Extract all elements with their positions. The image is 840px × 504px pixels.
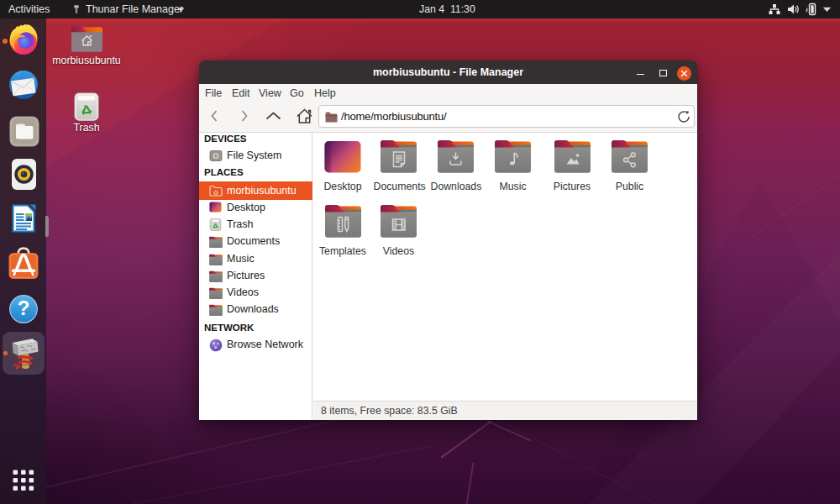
svg-text:?: ? [18,297,30,319]
